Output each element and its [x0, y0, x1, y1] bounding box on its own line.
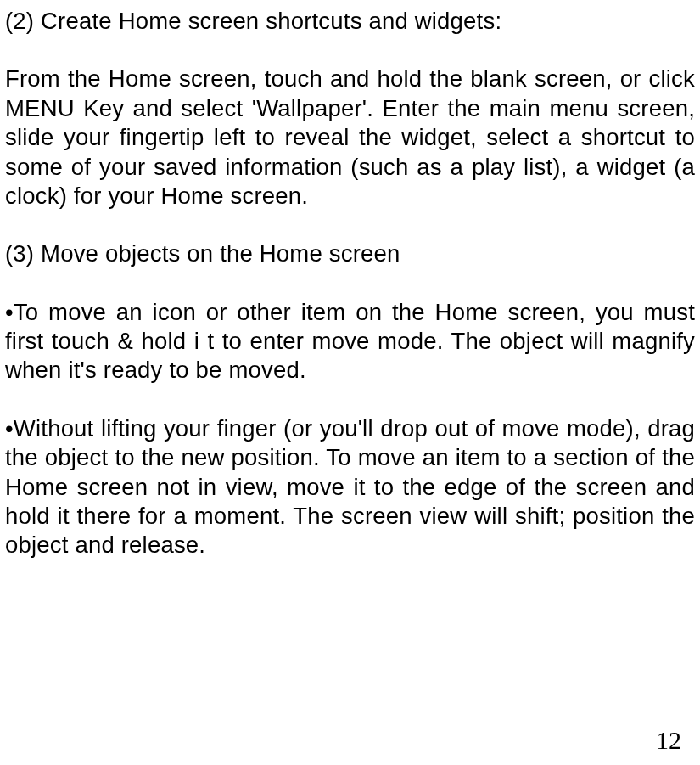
paragraph-bullet-1: •To move an icon or other item on the Ho… — [5, 298, 695, 385]
paragraph-bullet-2: •Without lifting your finger (or you'll … — [5, 414, 695, 560]
paragraph-heading-3: (3) Move objects on the Home screen — [5, 239, 695, 268]
paragraph-heading-2: (2) Create Home screen shortcuts and wid… — [5, 7, 695, 36]
document-content: (2) Create Home screen shortcuts and wid… — [5, 7, 695, 560]
document-page: (2) Create Home screen shortcuts and wid… — [0, 0, 700, 765]
page-number: 12 — [656, 726, 681, 755]
paragraph-body-2: From the Home screen, touch and hold the… — [5, 65, 695, 211]
